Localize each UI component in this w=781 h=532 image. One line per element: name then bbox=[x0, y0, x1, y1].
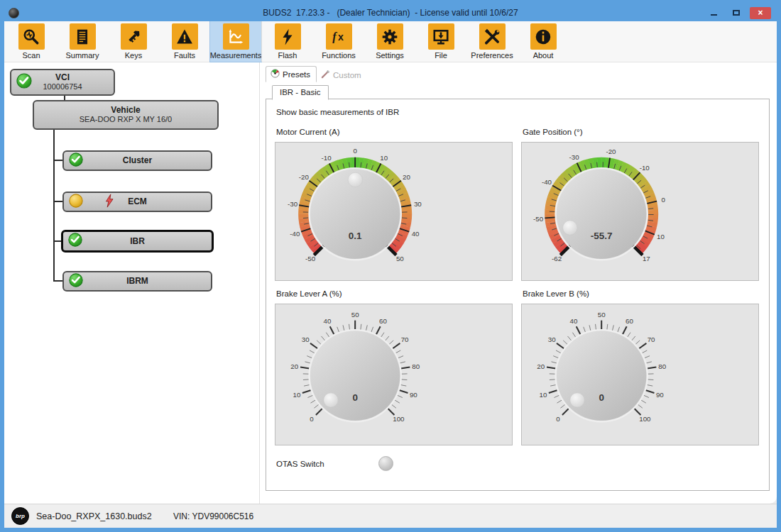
knob-indicator-dot bbox=[570, 393, 584, 407]
otas-switch-row: OTAS Switch bbox=[275, 456, 759, 471]
svg-text:10: 10 bbox=[293, 391, 301, 399]
toolbar-button-file[interactable]: File bbox=[415, 21, 466, 62]
status-ok-icon bbox=[16, 72, 33, 92]
svg-text:-20: -20 bbox=[299, 173, 310, 181]
knob-gauge-svg: 01020304050607080901000 bbox=[279, 308, 435, 440]
svg-text:90: 90 bbox=[410, 391, 417, 399]
status-ok-icon bbox=[68, 152, 84, 170]
tab-presets[interactable]: Presets bbox=[266, 66, 317, 82]
gauge-label: Motor Current (A) bbox=[276, 128, 513, 136]
svg-text:30: 30 bbox=[302, 336, 310, 343]
tab-custom[interactable]: Custom bbox=[317, 67, 367, 82]
content-area: VCI 100006754 Vehicle SEA-DOO RXP X MY 1… bbox=[4, 62, 777, 504]
gauge-grid: Motor Current (A) -50-40-30-20-100102030… bbox=[275, 119, 759, 445]
gauge-cell-motor-current: Motor Current (A) -50-40-30-20-100102030… bbox=[275, 119, 513, 281]
gauge-cell-gate-position: Gate Position (°) -62-50-40-30-20-100101… bbox=[521, 119, 759, 281]
brp-logo-icon: brp bbox=[11, 507, 29, 525]
svg-text:70: 70 bbox=[401, 336, 409, 343]
gate-position-gauge: -62-50-40-30-20-1001017-55.7 bbox=[521, 142, 759, 281]
svg-text:0: 0 bbox=[353, 147, 357, 155]
tree-connector bbox=[53, 280, 63, 282]
preferences-icon bbox=[479, 23, 506, 50]
svg-text:80: 80 bbox=[412, 362, 420, 370]
minimize-button[interactable] bbox=[704, 7, 723, 19]
svg-text:-50: -50 bbox=[305, 255, 316, 262]
svg-text:20: 20 bbox=[537, 362, 545, 370]
brake-lever-a-gauge: 01020304050607080901000 bbox=[275, 304, 513, 445]
toolbar-button-preferences[interactable]: Preferences bbox=[466, 21, 518, 62]
window-controls: × bbox=[704, 7, 777, 19]
mode-tabs: Presets Custom bbox=[266, 67, 770, 82]
svg-text:0: 0 bbox=[310, 415, 314, 423]
tree-node-ibrm[interactable]: IBRM bbox=[62, 271, 212, 292]
svg-text:50: 50 bbox=[598, 311, 606, 318]
svg-text:-20: -20 bbox=[606, 148, 616, 155]
tree-node-vci[interactable]: VCI 100006754 bbox=[10, 69, 115, 96]
toolbar-button-settings[interactable]: Settings bbox=[364, 21, 415, 62]
vin-label: VIN: YDV99006C516 bbox=[173, 511, 253, 521]
gauge-label: Brake Lever B (%) bbox=[523, 289, 759, 298]
svg-text:-30: -30 bbox=[288, 200, 298, 208]
toolbar-button-measurements[interactable]: Measurements bbox=[210, 21, 261, 62]
window-title: BUDS2 17.23.3 - (Dealer Technician) - Li… bbox=[4, 8, 777, 18]
svg-text:40: 40 bbox=[569, 317, 577, 325]
toolbar-button-scan[interactable]: Scan bbox=[6, 21, 57, 62]
gauge-value: 0.1 bbox=[349, 231, 362, 241]
otas-switch-label: OTAS Switch bbox=[276, 460, 324, 468]
svg-text:f: f bbox=[332, 31, 337, 43]
svg-text:90: 90 bbox=[656, 391, 664, 399]
custom-wrench-icon bbox=[321, 70, 330, 80]
file-icon bbox=[428, 23, 454, 50]
session-file-name: Sea-Doo_RXPX_1630.buds2 bbox=[36, 511, 152, 521]
svg-text:20: 20 bbox=[403, 173, 410, 181]
tree-node-ecm[interactable]: ECM bbox=[62, 192, 212, 212]
toolbar-button-functions[interactable]: fx Functions bbox=[313, 21, 364, 62]
tab-ibr-basic[interactable]: IBR - Basic bbox=[272, 85, 329, 100]
knob-indicator-dot bbox=[348, 172, 362, 187]
svg-text:0: 0 bbox=[661, 196, 665, 204]
gauge-cell-brake-lever-b: Brake Lever B (%) 0102030405060708090100… bbox=[521, 281, 759, 445]
svg-text:x: x bbox=[338, 31, 344, 43]
statusbar: brp Sea-Doo_RXPX_1630.buds2 VIN: YDV9900… bbox=[4, 504, 777, 528]
preset-content-panel: IBR - Basic Show basic measurements of I… bbox=[266, 99, 770, 491]
keys-icon bbox=[121, 23, 147, 50]
tree-node-ibr[interactable]: IBR bbox=[61, 230, 214, 253]
otas-switch-indicator bbox=[378, 456, 393, 471]
faults-icon bbox=[172, 23, 198, 50]
svg-text:10: 10 bbox=[380, 154, 388, 162]
close-button[interactable]: × bbox=[750, 7, 771, 19]
tree-node-vehicle[interactable]: Vehicle SEA-DOO RXP X MY 16/0 bbox=[33, 100, 219, 130]
app-window: BUDS2 17.23.3 - (Dealer Technician) - Li… bbox=[0, 0, 781, 532]
toolbar-button-about[interactable]: About bbox=[518, 21, 569, 62]
svg-text:70: 70 bbox=[648, 336, 655, 343]
status-warning-icon bbox=[68, 193, 84, 211]
gauge-label: Gate Position (°) bbox=[523, 128, 759, 136]
presets-gauge-icon bbox=[271, 69, 280, 79]
toolbar-button-faults[interactable]: Faults bbox=[159, 21, 210, 62]
tree-node-cluster[interactable]: Cluster bbox=[62, 150, 212, 171]
toolbar-button-keys[interactable]: Keys bbox=[108, 21, 159, 62]
gauge-cell-brake-lever-a: Brake Lever A (%) 0102030405060708090100… bbox=[275, 281, 513, 445]
gauge-label: Brake Lever A (%) bbox=[276, 289, 513, 298]
close-icon: × bbox=[758, 8, 763, 18]
fault-bolt-icon bbox=[104, 194, 116, 211]
svg-text:100: 100 bbox=[639, 415, 651, 423]
svg-text:-30: -30 bbox=[569, 153, 580, 161]
motor-current-gauge: -50-40-30-20-10010203040500.1 bbox=[275, 142, 513, 281]
svg-text:10: 10 bbox=[540, 391, 547, 399]
toolbar-button-flash[interactable]: Flash bbox=[262, 21, 313, 62]
svg-text:-50: -50 bbox=[533, 215, 544, 223]
knob-gauge-svg: -62-50-40-30-20-1001017-55.7 bbox=[525, 146, 681, 278]
toolbar-button-summary[interactable]: Summary bbox=[57, 21, 108, 62]
svg-text:50: 50 bbox=[351, 311, 359, 318]
maximize-button[interactable] bbox=[727, 7, 746, 19]
svg-text:-62: -62 bbox=[552, 255, 562, 262]
maximize-icon bbox=[733, 10, 740, 16]
about-icon bbox=[530, 23, 557, 50]
tree-connector bbox=[53, 160, 63, 161]
status-ok-icon bbox=[67, 232, 83, 250]
svg-text:10: 10 bbox=[657, 233, 665, 240]
knob-indicator-dot bbox=[563, 221, 577, 235]
svg-text:-40: -40 bbox=[542, 178, 552, 186]
panel-description: Show basic measurements of IBR bbox=[276, 108, 759, 116]
